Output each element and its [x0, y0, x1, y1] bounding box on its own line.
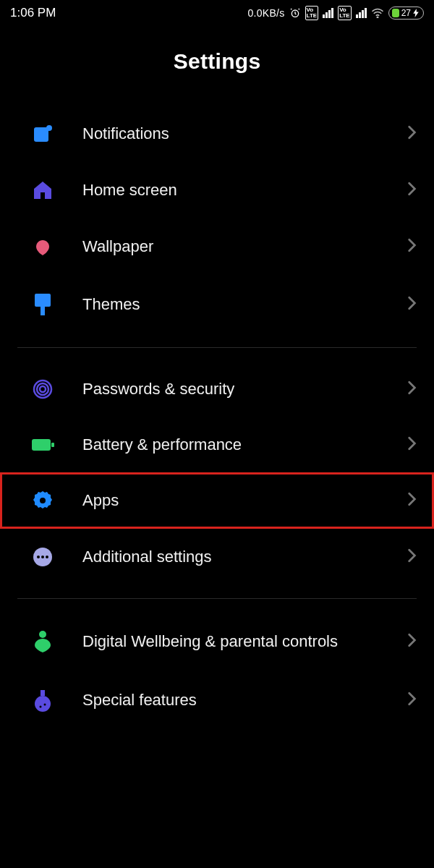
settings-row-label: Wallpaper [82, 237, 407, 257]
settings-list: Notifications Home screen Wallpaper Them… [0, 106, 434, 729]
settings-row-label: Themes [82, 294, 407, 315]
svg-point-15 [37, 556, 40, 558]
settings-row-battery-performance[interactable]: Battery & performance [0, 417, 434, 472]
svg-rect-4 [41, 192, 45, 199]
home-icon [27, 179, 58, 201]
battery-indicator: 27 [388, 7, 424, 20]
svg-point-1 [377, 17, 378, 18]
themes-icon [27, 292, 58, 317]
fingerprint-icon [27, 378, 58, 400]
chevron-right-icon [407, 491, 417, 510]
svg-point-17 [46, 556, 48, 558]
gear-icon [27, 490, 58, 511]
svg-point-10 [40, 386, 46, 392]
settings-row-wallpaper[interactable]: Wallpaper [0, 218, 434, 275]
volte-icon-1: VoLTE [305, 6, 319, 20]
svg-point-13 [40, 498, 46, 503]
status-bar: 1:06 PM 0.0KB/s VoLTE VoLTE 27 [0, 0, 434, 25]
chevron-right-icon [407, 632, 417, 651]
settings-row-label: Digital Wellbeing & parental controls [82, 631, 407, 652]
settings-row-label: Notifications [82, 124, 407, 144]
chevron-right-icon [407, 548, 417, 566]
settings-row-label: Additional settings [82, 547, 407, 567]
settings-row-special-features[interactable]: Special features [0, 671, 434, 729]
battery-icon [27, 437, 58, 453]
charging-icon [413, 9, 419, 17]
settings-row-label: Home screen [82, 180, 407, 200]
status-time: 1:06 PM [10, 6, 56, 20]
svg-rect-6 [35, 294, 51, 307]
signal-bars-icon-2 [356, 8, 367, 18]
svg-point-5 [40, 241, 46, 248]
battery-pct: 27 [401, 8, 411, 18]
svg-point-22 [44, 703, 46, 705]
status-net-speed: 0.0KB/s [247, 7, 284, 19]
settings-row-passwords-security[interactable]: Passwords & security [0, 361, 434, 417]
svg-rect-12 [51, 443, 54, 447]
chevron-right-icon [407, 691, 417, 710]
dots-icon [27, 546, 58, 568]
svg-point-20 [35, 696, 51, 712]
chevron-right-icon [407, 295, 417, 314]
chevron-right-icon [407, 380, 417, 399]
volte-icon-2: VoLTE [338, 6, 352, 20]
svg-rect-19 [41, 690, 45, 696]
status-right: 0.0KB/s VoLTE VoLTE 27 [247, 6, 424, 20]
signal-bars-icon-1 [323, 8, 333, 18]
chevron-right-icon [407, 435, 417, 454]
chevron-right-icon [407, 237, 417, 256]
settings-row-label: Passwords & security [82, 379, 407, 399]
svg-rect-11 [32, 439, 51, 451]
settings-row-home-screen[interactable]: Home screen [0, 162, 434, 218]
flask-icon [27, 689, 58, 712]
svg-rect-7 [41, 307, 45, 315]
settings-row-apps[interactable]: Apps [0, 472, 434, 529]
section-divider [17, 598, 417, 599]
notifications-icon [27, 123, 58, 145]
wellbeing-icon [27, 629, 58, 654]
settings-row-digital-wellbeing[interactable]: Digital Wellbeing & parental controls [0, 612, 434, 671]
alarm-icon [289, 7, 301, 19]
chevron-right-icon [407, 181, 417, 200]
page-title: Settings [0, 49, 434, 74]
svg-point-16 [41, 556, 44, 558]
chevron-right-icon [407, 124, 417, 143]
section-divider [17, 347, 417, 348]
settings-row-themes[interactable]: Themes [0, 275, 434, 334]
settings-row-label: Special features [82, 690, 407, 710]
wallpaper-icon [27, 236, 58, 258]
svg-point-3 [46, 125, 52, 131]
settings-row-label: Battery & performance [82, 435, 407, 455]
svg-point-21 [40, 705, 42, 707]
settings-row-additional-settings[interactable]: Additional settings [0, 529, 434, 585]
wifi-icon [371, 8, 384, 18]
svg-rect-2 [34, 127, 48, 142]
svg-point-18 [39, 631, 46, 638]
settings-row-label: Apps [82, 490, 407, 511]
settings-row-notifications[interactable]: Notifications [0, 106, 434, 162]
svg-point-9 [37, 383, 48, 395]
